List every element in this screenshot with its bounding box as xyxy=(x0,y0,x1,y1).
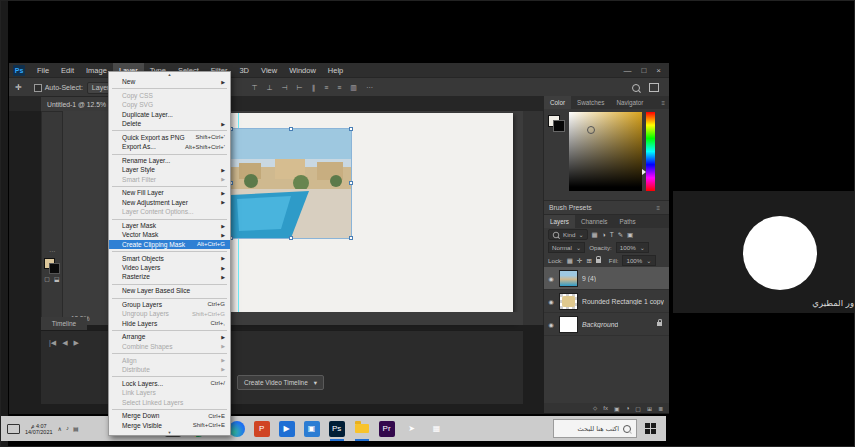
crop-tool-icon[interactable] xyxy=(41,141,52,154)
menu-item[interactable]: ▶ xyxy=(109,282,230,286)
menu-copy-css[interactable]: Copy CSS ▶ xyxy=(109,91,230,100)
layer-thumbnail[interactable] xyxy=(559,270,578,287)
menu-arrange[interactable]: Arrange ▶ xyxy=(109,332,230,341)
timeline-tab[interactable]: Timeline xyxy=(41,317,87,330)
menu-delete[interactable]: Delete ▶ xyxy=(109,119,230,128)
close-button[interactable]: × xyxy=(656,66,661,75)
menu-link-layers[interactable]: Link Layers ▶ xyxy=(109,388,230,397)
filter-type-icon[interactable]: T xyxy=(610,231,614,239)
filter-type-icon[interactable]: ▦ xyxy=(592,231,598,239)
menu-scroll-down-icon[interactable]: ▼ xyxy=(109,430,230,435)
tray-icon[interactable]: ♪ xyxy=(66,425,69,432)
menu-hide-layers[interactable]: Hide Layers Ctrl+, ▶ xyxy=(109,319,230,328)
menu-item[interactable]: ▶ xyxy=(109,407,230,411)
app-pen[interactable]: ➤ xyxy=(404,421,420,437)
color-swatches[interactable] xyxy=(44,258,60,273)
eyedropper-tool-icon[interactable] xyxy=(52,141,63,154)
taskbar-clock[interactable]: 4:07 م 14/07/2021 xyxy=(25,423,53,435)
taskbar-search[interactable]: اكتب هنا للبحث xyxy=(553,419,637,438)
visibility-eye-icon[interactable]: ◉ xyxy=(547,298,555,305)
workspace-icon[interactable] xyxy=(649,83,659,92)
tab-swatches[interactable]: Swatches xyxy=(571,96,610,109)
panel-menu-icon[interactable]: ≡ xyxy=(661,100,669,106)
align-icon[interactable]: ∥ xyxy=(312,84,316,92)
menu-item[interactable]: ▶ xyxy=(109,374,230,378)
menu-align[interactable]: Align ▶ xyxy=(109,355,230,364)
app-edge[interactable] xyxy=(229,421,245,437)
layer-row-rounded-rectangle[interactable]: ◉ Rounded Rectangle 1 copy xyxy=(544,290,669,313)
brush-presets-header[interactable]: Brush Presets ≡ xyxy=(544,200,669,215)
layer-thumbnail[interactable] xyxy=(559,316,578,333)
maximize-button[interactable]: □ xyxy=(641,66,646,75)
menu-new[interactable]: New ▶ xyxy=(109,77,230,86)
filter-type-icon[interactable]: ✎ xyxy=(618,231,623,239)
hue-slider[interactable] xyxy=(646,112,655,191)
menu-item[interactable]: ▶ xyxy=(109,152,230,156)
auto-select-checkbox[interactable] xyxy=(34,84,42,92)
layer-thumbnail[interactable] xyxy=(559,293,578,310)
align-icon[interactable]: ▥ xyxy=(350,84,357,92)
move-tool-icon[interactable] xyxy=(41,115,52,128)
display-tray-icon[interactable] xyxy=(7,424,20,434)
type-tool-icon[interactable] xyxy=(52,206,63,219)
layers-footer-icon[interactable]: ▣ xyxy=(614,405,620,412)
layer-row-background[interactable]: ◉ Background xyxy=(544,313,669,336)
menu-item[interactable]: ▶ xyxy=(109,86,230,90)
menu-export-as[interactable]: Export As... Alt+Shift+Ctrl+' ▶ xyxy=(109,142,230,151)
tab-navigator[interactable]: Navigator xyxy=(610,96,649,109)
menu-copy-svg[interactable]: Copy SVG ▶ xyxy=(109,100,230,109)
hue-slider-marker[interactable] xyxy=(642,169,646,175)
layers-footer-icon[interactable]: ◑ xyxy=(626,405,630,411)
app-premiere[interactable]: Pr xyxy=(379,421,395,437)
filter-type-icon[interactable]: ◑ xyxy=(602,231,606,239)
align-icon[interactable]: ⊣ xyxy=(281,84,287,92)
tray-icon[interactable]: ∧ xyxy=(58,425,62,432)
background-color-swatch[interactable] xyxy=(553,120,565,132)
transform-handle[interactable] xyxy=(289,236,293,240)
align-icon[interactable]: ⋯ xyxy=(366,84,373,92)
menu-lock-layers[interactable]: Lock Layers... Ctrl+/ ▶ xyxy=(109,379,230,388)
layer-name[interactable]: 9 (4) xyxy=(582,275,596,282)
layers-footer-icon[interactable]: ≣ xyxy=(658,405,663,412)
transform-handle[interactable] xyxy=(349,181,353,185)
lock-option-icon[interactable]: ▦ xyxy=(567,257,573,265)
tray-icon[interactable]: ▤ xyxy=(73,425,79,432)
app-powerpoint[interactable]: P xyxy=(254,421,270,437)
clone-stamp-tool-icon[interactable] xyxy=(41,167,52,180)
align-icon[interactable]: ≡ xyxy=(337,84,341,92)
minimize-button[interactable]: — xyxy=(623,66,631,75)
menu-item[interactable]: ▶ xyxy=(109,328,230,332)
layer-name[interactable]: Rounded Rectangle 1 copy xyxy=(582,298,664,305)
layers-footer-icon[interactable]: ⊞ xyxy=(647,405,652,412)
filter-type-icon[interactable]: ▣ xyxy=(627,231,633,239)
participant-video-tile[interactable]: ور المطيري xyxy=(673,191,855,313)
transport-icon[interactable]: ▶ xyxy=(74,339,79,347)
layers-footer-icon[interactable]: ▢ xyxy=(635,405,641,412)
hand-tool-icon[interactable] xyxy=(41,232,52,245)
menu-rename-layer[interactable]: Rename Layer... ▶ xyxy=(109,156,230,165)
menu-rasterize[interactable]: Rasterize ▶ xyxy=(109,272,230,281)
pen-tool-icon[interactable] xyxy=(41,206,52,219)
fill-dropdown[interactable]: 100%⌄ xyxy=(622,255,655,266)
transport-icon[interactable]: ◀ xyxy=(62,339,67,347)
visibility-eye-icon[interactable]: ◉ xyxy=(547,275,555,282)
layers-footer-icon[interactable]: ⬦ xyxy=(593,405,597,412)
panel-menu-icon[interactable]: ≡ xyxy=(656,205,664,211)
tab-color[interactable]: Color xyxy=(544,96,571,109)
color-cursor[interactable] xyxy=(587,126,595,134)
quick-selection-tool-icon[interactable] xyxy=(52,128,63,141)
menu-quick-export[interactable]: Quick Export as PNG Shift+Ctrl+' ▶ xyxy=(109,133,230,142)
menu-duplicate-layer[interactable]: Duplicate Layer... ▶ xyxy=(109,110,230,119)
menu-new-layer-based-slice[interactable]: New Layer Based Slice ▶ xyxy=(109,286,230,295)
menu-smart-filter[interactable]: Smart Filter ▶ xyxy=(109,175,230,184)
healing-brush-tool-icon[interactable] xyxy=(41,154,52,167)
layer-row-photo[interactable]: ◉ 9 (4) xyxy=(544,267,669,290)
menu-item[interactable]: ▶ xyxy=(109,128,230,132)
menubar-item[interactable]: Edit xyxy=(55,63,80,77)
placed-image[interactable] xyxy=(231,129,351,238)
menu-group-layers[interactable]: Group Layers Ctrl+G ▶ xyxy=(109,300,230,309)
menu-combine-shapes[interactable]: Combine Shapes ▶ xyxy=(109,342,230,351)
transport-icon[interactable]: |◀ xyxy=(49,339,56,347)
search-icon[interactable] xyxy=(632,84,640,92)
menu-merge-down[interactable]: Merge Down Ctrl+E ▶ xyxy=(109,411,230,420)
